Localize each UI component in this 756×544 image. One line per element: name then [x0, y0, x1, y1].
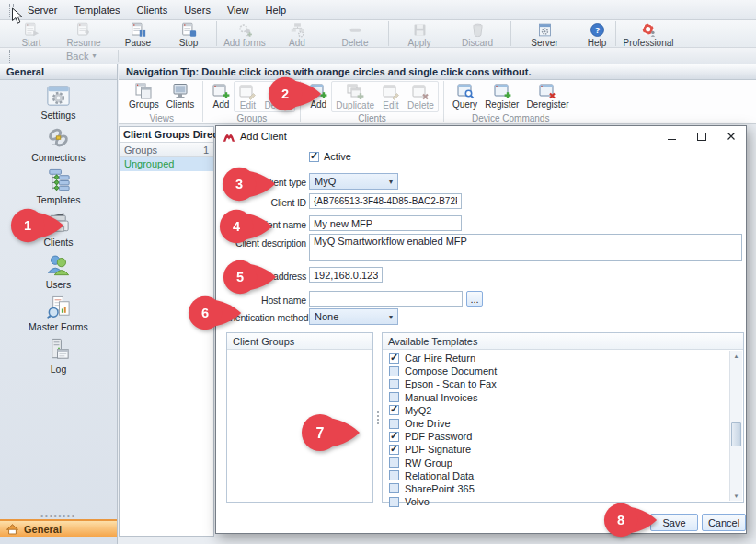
checkbox[interactable]: [389, 483, 399, 493]
resume-server-icon: [76, 22, 92, 38]
menu-server[interactable]: Server: [19, 2, 65, 18]
checkbox[interactable]: [389, 419, 399, 429]
client-type-dropdown[interactable]: MyQ ▾: [309, 173, 398, 190]
template-row[interactable]: Epson - Scan to Fax: [384, 377, 729, 390]
menu-clients[interactable]: Clients: [129, 2, 177, 18]
host-name-input[interactable]: [309, 291, 463, 307]
groups-list-header[interactable]: Groups 1: [120, 143, 213, 157]
template-row[interactable]: Volvo: [384, 495, 729, 508]
ribbon-group-label: Views: [149, 113, 174, 123]
toolbar-grip[interactable]: [6, 50, 10, 63]
svg-text:7: 7: [316, 425, 325, 441]
template-row[interactable]: Compose Document: [384, 365, 729, 377]
menu-help[interactable]: Help: [258, 2, 295, 18]
sidebar-item-connections[interactable]: Connections: [0, 125, 117, 168]
application-window: Server Templates Clients Users View Help…: [0, 0, 756, 544]
checkbox[interactable]: [389, 379, 399, 389]
sidebar-footer-general[interactable]: General: [0, 519, 117, 537]
checkbox[interactable]: [389, 405, 399, 415]
query-icon: [456, 82, 475, 100]
template-row[interactable]: PDF Password: [384, 430, 729, 443]
checkbox[interactable]: [389, 457, 399, 468]
template-row[interactable]: PDF Signature: [384, 443, 729, 456]
checkbox[interactable]: [389, 497, 399, 507]
panel-splitter[interactable]: [374, 332, 381, 503]
sidebar-item-users[interactable]: Users: [0, 252, 117, 295]
template-row[interactable]: One Drive: [384, 417, 729, 430]
checkbox[interactable]: [389, 445, 399, 455]
delete-client-button[interactable]: Delete: [404, 82, 438, 111]
scroll-up-icon[interactable]: ▲: [730, 351, 742, 361]
edit-client-button[interactable]: Edit: [378, 82, 404, 111]
groups-view-button[interactable]: Groups: [125, 81, 163, 110]
client-description-input[interactable]: MyQ Smartworkflow enabled MFP: [309, 234, 742, 261]
scrollbar-thumb[interactable]: [731, 422, 741, 446]
templates-scrollbar[interactable]: ▲ ▼: [729, 351, 742, 501]
sidebar-item-log[interactable]: Log: [0, 337, 117, 379]
chevron-down-icon: ▾: [92, 52, 96, 60]
available-templates-box: Available Templates Car Hire Return Comp…: [382, 332, 744, 503]
client-id-input[interactable]: [309, 193, 462, 209]
ribbon-group-clients: Add Duplicate Edit Delete: [303, 80, 441, 123]
template-row[interactable]: Relational Data: [384, 469, 729, 482]
discard-settings-icon: [470, 22, 486, 38]
client-groups-header: Client Groups: [227, 333, 372, 350]
checkbox[interactable]: [389, 366, 399, 376]
query-button[interactable]: Query: [449, 81, 481, 110]
scroll-down-icon[interactable]: ▼: [730, 491, 742, 501]
clients-view-button[interactable]: Clients: [163, 81, 199, 110]
checkbox[interactable]: [389, 470, 399, 480]
template-row[interactable]: RW Group: [384, 457, 729, 469]
minimize-button[interactable]: [659, 128, 684, 145]
professional-services-icon: [641, 22, 657, 38]
menu-users[interactable]: Users: [176, 2, 219, 18]
register-button[interactable]: Register: [481, 81, 522, 110]
toolbar-separator: [118, 50, 119, 62]
sidebar-item-templates[interactable]: Templates: [0, 168, 117, 210]
host-browse-button[interactable]: ...: [466, 291, 483, 307]
main-toolbar: Start server Resume server Pause server …: [0, 20, 756, 48]
sidebar-item-master-forms[interactable]: Master Forms: [0, 295, 117, 337]
svg-text:8: 8: [617, 513, 624, 527]
template-row[interactable]: Manual Invoices: [384, 391, 729, 404]
pause-server-icon: [131, 22, 146, 38]
menu-templates[interactable]: Templates: [65, 2, 128, 18]
maximize-button[interactable]: [689, 128, 714, 145]
add-group-button[interactable]: Add: [208, 81, 234, 110]
active-checkbox[interactable]: [309, 152, 319, 162]
groups-view-icon: [134, 82, 153, 100]
server-settings-icon: [537, 22, 553, 38]
duplicate-client-button[interactable]: Duplicate: [332, 82, 378, 111]
add-client-dialog: Add Client Active Client type MyQ ▾ Clie…: [215, 125, 747, 534]
menu-view[interactable]: View: [219, 2, 258, 18]
delete-template-icon: [348, 22, 363, 38]
sidebar-item-settings[interactable]: Settings: [0, 83, 117, 125]
back-button[interactable]: Back ▾: [16, 50, 105, 63]
auth-method-dropdown[interactable]: None ▾: [309, 308, 398, 325]
edit-group-icon: [238, 83, 257, 101]
client-name-input[interactable]: [309, 215, 462, 231]
template-row[interactable]: Car Hire Return: [384, 352, 729, 365]
template-row[interactable]: SharePoint 365: [384, 482, 729, 495]
close-button[interactable]: [718, 128, 743, 145]
mouse-cursor-icon: [11, 7, 23, 25]
dialog-titlebar[interactable]: Add Client: [216, 126, 746, 146]
help-button[interactable]: ? Help: [581, 21, 613, 49]
group-item-ungrouped[interactable]: Ungrouped: [120, 157, 213, 171]
cancel-button[interactable]: Cancel: [702, 514, 746, 531]
svg-text:6: 6: [201, 306, 209, 320]
edit-group-button[interactable]: Edit: [235, 82, 260, 111]
navigation-bar: Back ▾: [0, 48, 756, 64]
checkbox[interactable]: [389, 353, 399, 364]
edit-client-icon: [382, 83, 400, 101]
checkbox[interactable]: [389, 392, 399, 402]
ip-address-input[interactable]: [309, 267, 383, 283]
annotation-pin-1: 1: [10, 207, 65, 244]
checkbox[interactable]: [389, 432, 399, 442]
sidebar-header: General: [0, 64, 117, 80]
ribbon-group-views: Groups Clients Views: [122, 80, 200, 123]
deregister-button[interactable]: Deregister: [522, 81, 572, 110]
template-row[interactable]: MyQ2: [384, 404, 729, 417]
log-icon: [45, 337, 72, 364]
add-forms-recognition-icon: [237, 22, 253, 38]
